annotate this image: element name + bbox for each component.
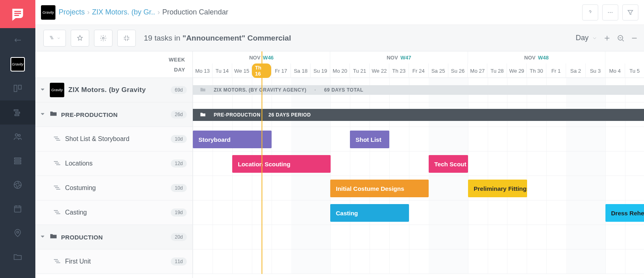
top-actions	[582, 4, 638, 20]
bar-dress-rehearsal[interactable]: Dress Rehearsal	[605, 204, 644, 222]
group-production[interactable]: PRODUCTION 20d	[35, 225, 192, 249]
day-cell[interactable]: Mo 13	[193, 63, 213, 78]
day-cell[interactable]: Tu 21	[350, 63, 370, 78]
nav-gantt-icon[interactable]	[0, 100, 35, 125]
svg-rect-25	[55, 187, 59, 188]
day-cell[interactable]: Tu 14	[213, 63, 232, 78]
day-cell[interactable]: Sa 18	[291, 63, 311, 78]
svg-rect-23	[56, 164, 60, 165]
crumb-projects[interactable]: Projects	[59, 8, 85, 16]
nav-boards-icon[interactable]	[0, 76, 35, 100]
svg-point-15	[611, 12, 612, 12]
bar-preliminary-fittings[interactable]: Preliminary Fittings	[468, 180, 527, 197]
day-cell[interactable]: Th 30	[527, 63, 546, 78]
gantt-container: WEEK DAY Gravity ZIX Motors. (by Gravity…	[35, 51, 644, 278]
svg-rect-28	[55, 212, 59, 213]
zoom-select[interactable]: Day	[576, 34, 597, 42]
project-row[interactable]: Gravity ZIX Motors. (by Gravity 69d	[35, 78, 192, 102]
svg-rect-4	[15, 114, 19, 116]
nav-back-icon[interactable]	[0, 28, 35, 52]
add-button[interactable]	[603, 34, 611, 42]
group-preproduction[interactable]: PRE-PRODUCTION 26d	[35, 102, 192, 127]
settings-button[interactable]	[94, 30, 112, 47]
day-cell[interactable]: Tu 5	[625, 63, 644, 78]
more-button[interactable]	[602, 4, 618, 20]
group-summary-bar[interactable]: PRE-PRODUCTION 26 DAYS PERIOD	[193, 109, 644, 121]
svg-point-6	[18, 135, 20, 137]
timeline-project-row: ZIX MOTORS. (BY GRAVITY AGENCY) · 69 DAY…	[193, 78, 644, 102]
timeline-casting-row: Casting Dress Rehearsal	[193, 200, 644, 225]
svg-rect-11	[14, 206, 21, 212]
svg-point-13	[608, 12, 609, 12]
duration-badge: 26d	[171, 110, 187, 119]
bar-initial-costume[interactable]: Initial Costume Designs	[330, 180, 429, 197]
day-cell[interactable]: Su 3	[586, 63, 605, 78]
nav-calendar-icon[interactable]	[0, 197, 35, 221]
app-root: Gravity Gravity P	[0, 0, 644, 278]
day-cell[interactable]: Th 23	[389, 63, 409, 78]
day-cell[interactable]: Fr 17	[272, 63, 291, 78]
hierarchy-dropdown-button[interactable]	[43, 30, 66, 47]
svg-rect-22	[55, 163, 59, 164]
crumb-project[interactable]: ZIX Motors. (by Gr..	[92, 8, 155, 16]
day-cell[interactable]: Fr 1	[546, 63, 566, 78]
bar-tech-scout[interactable]: Tech Scout	[429, 155, 468, 173]
task-row-locations[interactable]: Locations 12d	[35, 151, 192, 176]
app-logo[interactable]	[0, 0, 35, 28]
task-label: First Unit	[65, 258, 91, 265]
day-cell[interactable]: Mo 4	[605, 63, 625, 78]
summary-text-b: 69 DAYS TOTAL	[324, 87, 364, 93]
task-row-first-unit[interactable]: First Unit 11d	[35, 249, 192, 274]
project-avatar: Gravity	[50, 83, 64, 97]
nav-list-icon[interactable]	[0, 149, 35, 173]
duration-badge: 10d	[171, 135, 187, 143]
bar-casting[interactable]: Casting	[330, 204, 409, 222]
day-cell[interactable]: We 15	[232, 63, 252, 78]
timeline-panel[interactable]: NOVW46NOVW47NOVW48 Mo 13Tu 14We 15Th 16F…	[193, 51, 644, 278]
nav-location-icon[interactable]	[0, 221, 35, 245]
day-cell[interactable]: Tu 28	[487, 63, 507, 78]
day-cell[interactable]: We 22	[370, 63, 389, 78]
week-row: NOVW46NOVW47NOVW48	[193, 51, 644, 63]
day-cell[interactable]: Su 26	[448, 63, 468, 78]
svg-rect-26	[56, 189, 60, 190]
bar-shot-list[interactable]: Shot List	[350, 131, 389, 148]
head-day-label: DAY	[174, 67, 185, 73]
task-label: Shot List & Storyboard	[65, 135, 129, 143]
collapse-button[interactable]	[117, 30, 136, 47]
day-cell[interactable]: Su 19	[311, 63, 330, 78]
favorite-button[interactable]	[71, 30, 89, 47]
nav-folder-icon[interactable]	[0, 245, 35, 269]
day-cell[interactable]: Mo 20	[330, 63, 350, 78]
breadcrumb: Projects › ZIX Motors. (by Gr.. › Produc…	[59, 8, 228, 16]
day-cell[interactable]: Fr 24	[409, 63, 429, 78]
task-row-casting[interactable]: Casting 19d	[35, 200, 192, 225]
day-cell[interactable]: Sa 25	[429, 63, 448, 78]
zoom-out-button[interactable]	[617, 34, 625, 42]
svg-point-14	[610, 12, 611, 12]
day-cell[interactable]: Sa 2	[566, 63, 586, 78]
bar-location-scouting[interactable]: Location Scouting	[232, 155, 331, 173]
svg-rect-32	[56, 262, 60, 263]
nav-people-icon[interactable]	[0, 125, 35, 149]
tasks-count: 19	[144, 34, 152, 42]
folder-icon	[200, 87, 206, 93]
week-cell: NOVW47	[330, 51, 468, 63]
nav-brand-square[interactable]: Gravity	[0, 52, 35, 76]
task-row-costuming[interactable]: Costuming 10d	[35, 176, 192, 200]
task-row-shotlist[interactable]: Shot List & Storyboard 10d	[35, 127, 192, 151]
help-button[interactable]	[582, 4, 598, 20]
chevron-down-icon[interactable]	[40, 111, 46, 118]
day-cell[interactable]: We 29	[507, 63, 527, 78]
nav-aperture-icon[interactable]	[0, 173, 35, 197]
filter-button[interactable]	[622, 4, 638, 20]
chevron-down-icon[interactable]	[40, 86, 46, 94]
chevron-down-icon[interactable]	[40, 233, 46, 241]
week-cell: NOVW48	[468, 51, 605, 63]
timeline-group-prod-row	[193, 225, 644, 249]
project-summary-bar[interactable]: ZIX MOTORS. (BY GRAVITY AGENCY) · 69 DAY…	[193, 85, 644, 95]
bar-storyboard[interactable]: Storyboard	[193, 131, 272, 148]
summary-text-b: 26 DAYS PERIOD	[268, 112, 311, 118]
day-cell[interactable]: Mo 27	[468, 63, 487, 78]
minus-button[interactable]	[630, 34, 638, 42]
